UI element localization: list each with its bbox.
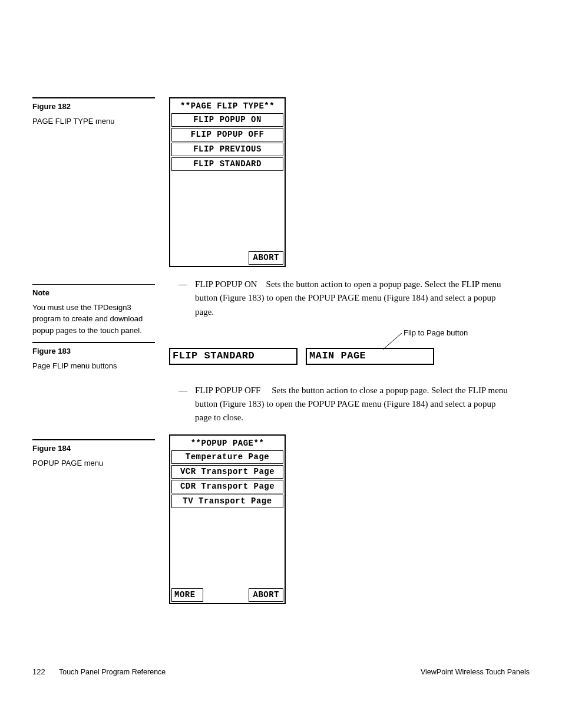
page-footer: 122 Touch Panel Program Reference ViewPo… [32, 667, 530, 676]
more-button[interactable]: MORE [171, 588, 203, 602]
main-page-button[interactable]: MAIN PAGE [306, 348, 434, 365]
figure-184-label-block: Figure 184 POPUP PAGE menu [32, 439, 155, 469]
menu-title: **PAGE FLIP TYPE** [171, 100, 283, 113]
figure-183-label-block: Figure 183 Page FLIP menu buttons [32, 342, 155, 372]
menu-title: **POPUP PAGE** [171, 437, 283, 450]
paragraph-flip-popup-on: — FLIP POPUP ON Sets the button action t… [178, 278, 530, 319]
menu-item-cdr-transport[interactable]: CDR Transport Page [171, 480, 283, 493]
figure-182-label: Figure 182 [32, 102, 155, 111]
menu-item-flip-popup-off[interactable]: FLIP POPUP OFF [171, 128, 283, 141]
menu-item-flip-standard[interactable]: FLIP STANDARD [171, 157, 283, 171]
figure-184-caption: POPUP PAGE menu [32, 457, 155, 469]
paragraph-flip-popup-off: — FLIP POPUP OFF Sets the button action … [178, 384, 530, 425]
menu-item-flip-popup-on[interactable]: FLIP POPUP ON [171, 113, 283, 127]
figure-183-label: Figure 183 [32, 347, 155, 355]
menu-item-tv-transport[interactable]: TV Transport Page [171, 495, 283, 508]
menu-item-temperature[interactable]: Temperature Page [171, 450, 283, 464]
callout-line-icon [378, 333, 402, 351]
svg-line-0 [383, 333, 402, 350]
figure-182-label-block: Figure 182 PAGE FLIP TYPE menu [32, 97, 155, 127]
popup-page-menu: **POPUP PAGE** Temperature Page VCR Tran… [169, 434, 286, 604]
figure-183-caption: Page FLIP menu buttons [32, 360, 155, 372]
footer-left: Touch Panel Program Reference [59, 668, 166, 676]
figure-184-label: Figure 184 [32, 444, 155, 453]
note-text: You must use the TPDesign3 program to cr… [32, 302, 155, 337]
abort-button[interactable]: ABORT [249, 588, 283, 602]
page-flip-type-menu: **PAGE FLIP TYPE** FLIP POPUP ON FLIP PO… [169, 97, 286, 267]
abort-button[interactable]: ABORT [249, 251, 283, 265]
page-number: 122 [32, 667, 45, 676]
para1-lead: FLIP POPUP ON [195, 279, 257, 289]
menu-item-vcr-transport[interactable]: VCR Transport Page [171, 465, 283, 479]
callout-flip-to-page: Flip to Page button [404, 328, 468, 337]
para2-lead: FLIP POPUP OFF [195, 386, 260, 395]
note-block: Note You must use the TPDesign3 program … [32, 284, 155, 337]
figure-183-buttons: Flip to Page button FLIP STANDARD MAIN P… [169, 332, 530, 365]
footer-right: ViewPoint Wireless Touch Panels [421, 668, 530, 676]
menu-item-flip-previous[interactable]: FLIP PREVIOUS [171, 143, 283, 156]
note-label: Note [32, 288, 155, 297]
flip-standard-button[interactable]: FLIP STANDARD [169, 348, 297, 365]
figure-182-caption: PAGE FLIP TYPE menu [32, 116, 155, 127]
